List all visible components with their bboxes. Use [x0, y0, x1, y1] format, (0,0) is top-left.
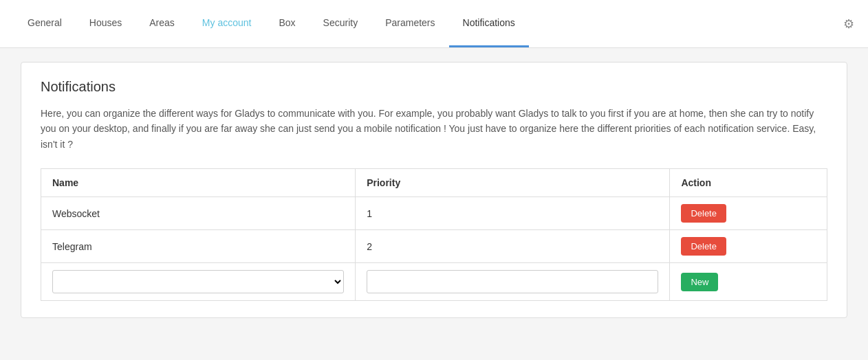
- nav-tabs: GeneralHousesAreasMy accountBoxSecurityP…: [14, 0, 843, 47]
- new-name-cell: [41, 263, 356, 301]
- new-name-select[interactable]: [52, 270, 344, 293]
- main-content: Notifications Here, you can organize the…: [0, 48, 868, 332]
- row-action-1: Delete: [670, 230, 827, 263]
- tab-notifications[interactable]: Notifications: [449, 0, 529, 47]
- tab-areas[interactable]: Areas: [135, 0, 188, 47]
- page-title: Notifications: [41, 79, 827, 95]
- table-row: Telegram 2 Delete: [41, 230, 827, 263]
- new-button[interactable]: New: [681, 273, 718, 291]
- gear-icon[interactable]: ⚙: [843, 16, 854, 32]
- header-action: Action: [670, 169, 827, 197]
- top-nav: GeneralHousesAreasMy accountBoxSecurityP…: [0, 0, 868, 48]
- tab-parameters[interactable]: Parameters: [371, 0, 448, 47]
- new-row: New: [41, 263, 827, 301]
- header-priority: Priority: [356, 169, 670, 197]
- notifications-card: Notifications Here, you can organize the…: [21, 62, 847, 318]
- new-priority-cell: [356, 263, 670, 301]
- row-priority-0: 1: [356, 197, 670, 230]
- new-action-cell: New: [670, 263, 827, 301]
- tab-myaccount[interactable]: My account: [188, 0, 265, 47]
- row-name-1: Telegram: [41, 230, 356, 263]
- tab-box[interactable]: Box: [265, 0, 309, 47]
- row-action-0: Delete: [670, 197, 827, 230]
- new-priority-input[interactable]: [367, 270, 658, 293]
- row-name-0: Websocket: [41, 197, 356, 230]
- delete-button-0[interactable]: Delete: [681, 204, 726, 223]
- table-row: Websocket 1 Delete: [41, 197, 827, 230]
- page-description: Here, you can organize the different way…: [41, 106, 827, 152]
- tab-houses[interactable]: Houses: [76, 0, 135, 47]
- header-name: Name: [41, 169, 356, 197]
- notifications-table: Name Priority Action Websocket 1 Delete …: [41, 168, 827, 301]
- delete-button-1[interactable]: Delete: [681, 237, 726, 256]
- row-priority-1: 2: [356, 230, 670, 263]
- tab-security[interactable]: Security: [310, 0, 372, 47]
- tab-general[interactable]: General: [14, 0, 76, 47]
